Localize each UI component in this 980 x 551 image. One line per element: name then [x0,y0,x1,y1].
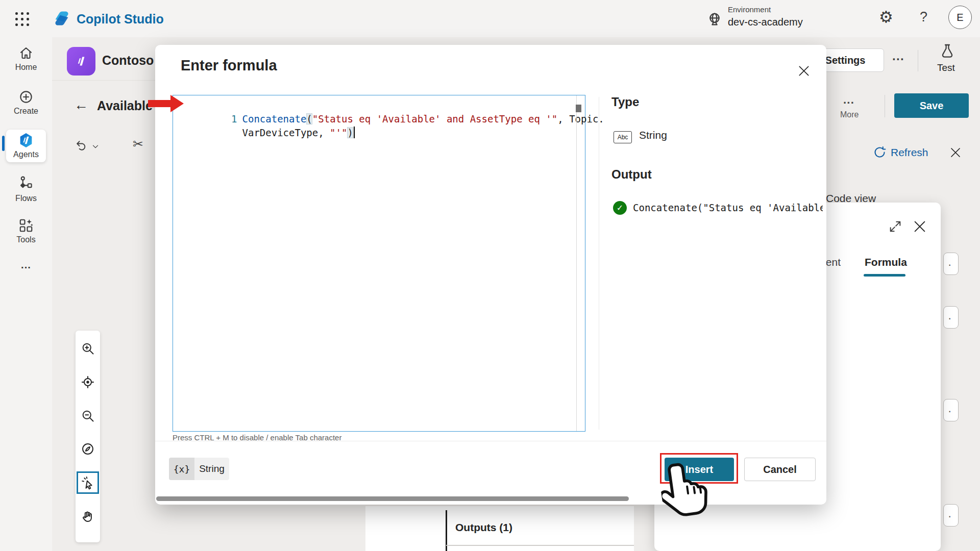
header-divider-v1 [918,50,918,71]
tab-formula-underline [864,274,905,277]
environment-value: dev-cs-academy [728,16,803,28]
dialog-close-icon[interactable] [797,64,811,78]
agent-avatar [67,47,95,76]
footer-divider [155,441,826,441]
top-bar: Copilot Studio Environment dev-cs-academ… [0,0,980,37]
globe-icon [706,11,723,28]
dropdown-fragment-2[interactable]: · [943,306,959,329]
type-value: String [639,129,667,141]
home-icon [18,45,34,61]
sidebar-item-agents[interactable]: Agents [6,130,46,162]
page-title: Available [97,98,153,113]
type-chip-label: String [194,458,229,480]
copilot-studio-logo-icon [52,9,71,28]
dropdown-fragment-1[interactable]: · [943,253,959,275]
panel-close-icon[interactable] [949,146,962,159]
left-nav-rail: Home Create Agents F [0,37,52,551]
sidebar-item-tools[interactable]: Tools [0,217,52,248]
refresh-label[interactable]: Refresh [891,146,928,159]
tab-formula[interactable]: Formula [865,256,907,268]
string-type-icon: Abc [614,131,632,143]
plus-circle-icon [18,89,34,105]
sidebar-item-create[interactable]: Create [0,88,52,120]
more-icon[interactable]: ··· [843,96,854,110]
type-chip[interactable]: {x} String [169,458,229,480]
header-divider-v2 [885,95,885,117]
environment-picker[interactable]: Environment dev-cs-academy [704,3,837,34]
expand-icon[interactable] [888,219,902,234]
more-label[interactable]: More [840,110,859,119]
chevron-down-icon[interactable] [91,142,100,151]
help-icon[interactable]: ? [920,9,927,25]
success-check-icon: ✓ [613,201,627,215]
canvas-toolbar [76,331,100,542]
app-name: Copilot Studio [77,12,164,27]
flyout-close-icon[interactable] [913,219,927,234]
flows-icon [18,176,34,191]
test-flask-icon[interactable] [939,43,955,59]
editor-scrollbar-track[interactable] [576,95,577,431]
cursor-hand-icon [657,458,714,529]
avatar-initial: E [957,12,963,23]
back-button[interactable]: ← [74,97,88,113]
editor-scrollbar-thumb[interactable] [576,105,581,112]
avatar[interactable]: E [948,6,972,29]
agents-active-indicator [2,136,5,151]
tools-icon [18,218,34,233]
annotation-arrow [148,93,186,114]
enter-formula-dialog: Enter formula 1Concatenate("Status eq 'A… [155,45,826,505]
sidebar-item-flows[interactable]: Flows [0,176,52,207]
cancel-button[interactable]: Cancel [744,458,816,481]
dropdown-fragment-3[interactable]: · [943,399,959,421]
settings-gear-icon[interactable]: ⚙ [879,8,893,27]
dialog-hscrollbar-thumb[interactable] [156,496,629,501]
refresh-icon[interactable] [873,145,887,159]
screen: Copilot Studio Environment dev-cs-academ… [0,0,980,551]
header-divider [52,80,155,81]
zoom-in-icon[interactable] [81,341,95,356]
header-more-icon[interactable]: ··· [892,52,904,66]
editor-right-divider [599,97,599,430]
outputs-divider [446,545,634,546]
undo-icon[interactable] [75,139,88,153]
formula-editor[interactable]: 1Concatenate("Status eq 'Available' and … [173,95,585,432]
waffle-menu-icon[interactable] [15,12,29,26]
output-value: Concatenate("Status eq 'Available [633,202,823,216]
dropdown-fragment-4[interactable]: · [943,504,959,527]
agent-name: Contoso [102,53,154,68]
select-tool-icon[interactable] [81,475,95,490]
text-caret [354,127,355,138]
environment-label: Environment [728,5,771,14]
pan-tool-icon[interactable] [81,509,95,523]
sidebar-item-home[interactable]: Home [0,44,52,76]
code-line-2: VarDeviceType, "'") [180,112,355,154]
save-button[interactable]: Save [894,93,969,118]
type-chip-icon: {x} [169,458,194,480]
minimap-icon[interactable] [81,442,95,456]
agents-icon [18,132,34,148]
output-heading: Output [611,167,652,182]
dialog-title: Enter formula [181,57,277,74]
test-label[interactable]: Test [937,62,955,73]
sidebar-more[interactable]: ··· [0,262,52,273]
zoom-out-icon[interactable] [81,409,95,423]
outputs-label: Outputs (1) [455,521,512,534]
cut-icon[interactable]: ✂ [133,137,143,152]
center-canvas-icon[interactable] [81,375,95,389]
type-heading: Type [611,95,639,109]
agent-glyph-icon [72,53,90,70]
